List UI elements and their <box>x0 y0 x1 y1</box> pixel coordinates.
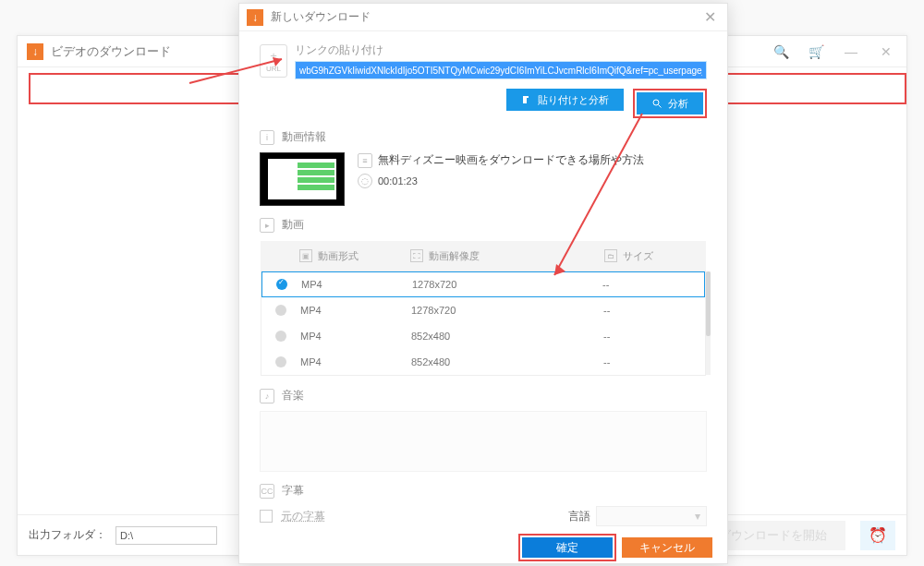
table-row[interactable]: MP41278x720-- <box>261 271 705 297</box>
video-info-section: i 動画情報 ≡ 無料ディズニー映画をダウンロードできる場所や方法 ◌ 00:0… <box>260 129 707 206</box>
paste-and-analyze-button[interactable]: 貼り付けと分析 <box>506 89 624 111</box>
analyze-button-row: 貼り付けと分析 分析 <box>260 89 707 118</box>
document-icon: ≡ <box>358 153 372 168</box>
cell-format: MP4 <box>300 356 411 367</box>
cancel-label: キャンセル <box>639 540 695 556</box>
svg-point-0 <box>653 100 659 105</box>
output-folder-label: 出力フォルダ： <box>29 527 106 543</box>
video-title: 無料ディズニー映画をダウンロードできる場所や方法 <box>378 152 644 168</box>
clock-icon: ◌ <box>358 174 372 188</box>
original-subtitle-label: 元の字幕 <box>281 510 325 523</box>
output-folder-input[interactable] <box>116 526 217 545</box>
dialog-close-icon[interactable]: ✕ <box>700 8 720 26</box>
video-thumbnail <box>260 152 345 206</box>
original-subtitle-option[interactable]: 元の字幕 <box>260 509 325 524</box>
cell-size: -- <box>602 279 704 290</box>
video-duration: 00:01:23 <box>378 175 418 187</box>
subtitle-section-label: 字幕 <box>282 483 304 499</box>
video-info-label: 動画情報 <box>282 129 326 145</box>
audio-section-label: 音楽 <box>282 388 304 403</box>
dialog-titlebar: 新しいダウンロード ✕ <box>239 4 727 31</box>
radio-icon[interactable] <box>275 305 286 316</box>
url-field-row: URL リンクの貼り付け <box>260 42 707 79</box>
music-icon: ♪ <box>260 389 274 403</box>
video-section-label: 動画 <box>282 217 304 233</box>
radio-icon[interactable] <box>275 356 286 367</box>
cell-resolution: 1278x720 <box>411 305 603 316</box>
audio-table-empty <box>260 411 707 472</box>
subtitle-section: CC 字幕 元の字幕 言語 ▾ <box>260 483 707 526</box>
cell-format: MP4 <box>300 305 411 316</box>
format-icon: ▣ <box>299 249 312 262</box>
search-icon[interactable]: 🔍 <box>770 41 792 63</box>
start-download-label: ダウンロードを開始 <box>719 527 827 544</box>
scrollbar[interactable] <box>706 271 711 375</box>
resolution-icon: ⛶ <box>410 249 423 262</box>
paste-analyze-label: 貼り付けと分析 <box>538 93 609 107</box>
checkbox-icon[interactable] <box>260 510 273 523</box>
cancel-button[interactable]: キャンセル <box>622 537 712 558</box>
header-size: サイズ <box>623 249 653 263</box>
cell-format: MP4 <box>300 331 411 342</box>
app-logo-icon <box>27 43 43 60</box>
cell-resolution: 1278x720 <box>412 279 602 290</box>
cell-size: -- <box>603 331 705 342</box>
main-title: ビデオのダウンロード <box>51 43 171 60</box>
analyze-label: 分析 <box>668 97 688 111</box>
svg-line-1 <box>659 105 662 108</box>
scrollbar-thumb[interactable] <box>706 271 711 336</box>
video-icon: ▸ <box>260 218 274 233</box>
table-row[interactable]: MP4852x480-- <box>261 323 705 349</box>
url-icon: URL <box>260 44 287 78</box>
analyze-button[interactable]: 分析 <box>637 92 703 114</box>
minimize-icon[interactable]: — <box>840 41 862 63</box>
header-resolution: 動画解像度 <box>429 249 480 263</box>
cell-size: -- <box>603 305 705 316</box>
dialog-body: URL リンクの貼り付け 貼り付けと分析 分析 i 動画情報 <box>239 31 727 532</box>
cell-size: -- <box>603 356 705 367</box>
audio-section: ♪ 音楽 <box>260 388 707 472</box>
new-download-dialog: 新しいダウンロード ✕ URL リンクの貼り付け 貼り付けと分析 分析 <box>238 3 728 564</box>
format-table-header: ▣動画形式 ⛶動画解像度 🗀サイズ <box>261 241 706 271</box>
paste-link-label: リンクの貼り付け <box>295 42 707 58</box>
ok-label: 確定 <box>556 540 578 556</box>
cell-resolution: 852x480 <box>411 356 603 367</box>
radio-icon[interactable] <box>276 279 287 290</box>
format-table-body: MP41278x720--MP41278x720--MP4852x480--MP… <box>261 271 706 376</box>
header-format: 動画形式 <box>318 249 359 263</box>
cart-icon[interactable]: 🛒 <box>805 41 827 63</box>
cell-format: MP4 <box>301 279 412 290</box>
schedule-icon[interactable]: ⏰ <box>860 521 895 550</box>
close-icon[interactable]: ✕ <box>875 41 897 63</box>
radio-icon[interactable] <box>275 331 286 342</box>
app-logo-icon <box>247 9 263 26</box>
dialog-footer: 確定 キャンセル <box>239 532 727 563</box>
window-controls: 🔍 🛒 — ✕ <box>770 41 897 63</box>
cell-resolution: 852x480 <box>411 331 603 342</box>
video-format-section: ▸ 動画 ▣動画形式 ⛶動画解像度 🗀サイズ MP41278x720--MP41… <box>260 217 707 377</box>
url-input[interactable] <box>295 61 707 79</box>
dialog-title: 新しいダウンロード <box>271 9 371 25</box>
ok-highlight: 確定 <box>518 534 616 561</box>
table-row[interactable]: MP41278x720-- <box>261 297 705 323</box>
ok-button[interactable]: 確定 <box>522 537 613 558</box>
size-icon: 🗀 <box>604 249 617 262</box>
analyze-highlight: 分析 <box>633 89 707 118</box>
info-icon: i <box>260 130 274 145</box>
cc-icon: CC <box>260 484 274 499</box>
language-combo[interactable]: ▾ <box>596 506 707 526</box>
language-label: 言語 <box>568 509 590 524</box>
table-row[interactable]: MP4852x480-- <box>261 349 705 375</box>
